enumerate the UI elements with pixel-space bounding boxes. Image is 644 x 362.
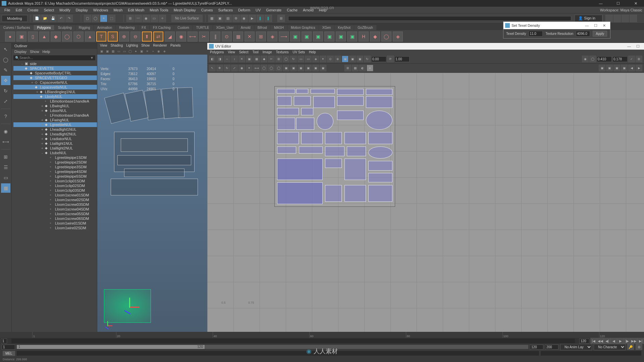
menu-file[interactable]: File (2, 8, 13, 12)
current-frame-input[interactable] (1, 339, 7, 344)
uv-grid-icon[interactable]: ⊞ (344, 65, 351, 71)
outliner-item[interactable]: ▫Lloom1screw02SDM (13, 197, 97, 202)
snap-point-icon[interactable]: ◉ (143, 15, 150, 22)
lasso-icon[interactable]: ◯ (92, 15, 99, 22)
outliner-item[interactable]: ▫Lloom1screw01SDM (13, 193, 97, 197)
range-total-input[interactable] (545, 345, 558, 350)
menu-select[interactable]: Select (41, 8, 57, 12)
uv-row2-3-icon[interactable]: ↻ (224, 65, 230, 71)
outliner-item[interactable]: +◆LdoorNUL (13, 108, 97, 113)
uv-tool-13-icon[interactable]: ▭ (298, 56, 304, 62)
menu-generate[interactable]: Generate (263, 8, 284, 12)
menu-mesh-display[interactable]: Mesh Display (171, 8, 199, 12)
uv-menu-polygons[interactable]: Polygons (210, 50, 224, 54)
outliner-item[interactable]: ▫Lloom1screw06SDM (13, 216, 97, 221)
uv-scale-input[interactable] (394, 56, 410, 62)
texel-apply-button[interactable]: Apply (593, 31, 607, 37)
shelf-tab-curves[interactable]: Curves / Surfaces (0, 25, 33, 30)
shelf-tab-bifrost[interactable]: Bifrost (254, 25, 270, 30)
playblast-icon[interactable]: ▶ (249, 15, 256, 22)
texel-minimize-button[interactable]: — (582, 23, 591, 27)
time-scrubber[interactable] (11, 339, 575, 343)
uv-row2-4-icon[interactable]: ⤢ (231, 65, 238, 71)
merge-icon[interactable]: ⊞ (256, 32, 266, 42)
shelf-tab-sculpting[interactable]: Sculpting (55, 25, 75, 30)
outliner-menu-help[interactable]: Help (43, 50, 50, 54)
menu-cache[interactable]: Cache (284, 8, 300, 12)
uv-tool-10-icon[interactable]: ⊞ (275, 56, 282, 62)
outliner-item[interactable]: +◆Lheadlight2NUL (13, 132, 97, 136)
uv-menu-uvsets[interactable]: UV Sets (292, 50, 305, 54)
render-icon[interactable]: ▣ (216, 15, 224, 22)
vp-menu-lighting[interactable]: Lighting (126, 44, 138, 47)
layout-3-icon[interactable] (622, 15, 629, 22)
paint-tool-icon[interactable]: ✎ (1, 65, 10, 75)
outliner-item[interactable]: ▫Lloom1clip01SDM (13, 179, 97, 183)
step-back-icon[interactable]: ◀◀ (597, 338, 604, 344)
outliner-item[interactable]: ▫LFmotionbase1handleA (13, 113, 97, 118)
uv-menu-help[interactable]: Help (309, 50, 316, 54)
expand-icon[interactable]: + (40, 137, 44, 141)
move-tool-icon[interactable]: ✥ (1, 76, 10, 85)
expand-icon[interactable]: + (35, 90, 39, 94)
uv-menu-view[interactable]: View (228, 50, 235, 54)
workspace-select[interactable]: Maya Classic (621, 8, 642, 12)
outliner-item[interactable]: ▫Lloom1wire02SDM (13, 226, 97, 230)
outliner-item[interactable]: -◆LspacevetteNUL (13, 85, 97, 89)
shelf-tab-rigging[interactable]: Rigging (75, 25, 94, 30)
outliner-menu-display[interactable]: Display (14, 50, 26, 54)
texel-close-button[interactable]: ✕ (600, 23, 608, 28)
uv-row2-8-icon[interactable]: ◯ (261, 65, 267, 71)
four-view-icon[interactable]: ▦ (1, 183, 10, 193)
uv-row2-9-icon[interactable]: ◯ (268, 65, 275, 71)
menu-mesh[interactable]: Mesh (111, 8, 125, 12)
uv-row2-5-icon[interactable]: ◉ (238, 65, 245, 71)
render-settings-icon[interactable]: ⚙ (232, 15, 240, 22)
expand-icon[interactable]: + (40, 146, 44, 150)
vp-camera-icon[interactable]: ▣ (99, 49, 104, 54)
uv-tool-6-icon[interactable]: ▣ (246, 56, 253, 62)
scale-tool-icon[interactable]: ⤢ (1, 97, 10, 106)
poly-pyramid-icon[interactable]: ▲ (85, 32, 95, 42)
vp-bookmark-icon[interactable]: ▣ (105, 49, 110, 54)
uv-tool-14-icon[interactable]: ▭ (305, 56, 312, 62)
vp-gate-icon[interactable]: ▭ (116, 49, 121, 54)
expand-icon[interactable]: + (40, 141, 44, 145)
poly-cone-icon[interactable]: ▲ (39, 32, 49, 42)
expand-icon[interactable]: - (20, 62, 24, 66)
uv-coord-icon[interactable]: ◉ (582, 56, 589, 62)
lasso-tool-icon[interactable]: ◯ (1, 55, 10, 64)
char-set-select[interactable]: No Character Set (594, 344, 626, 350)
uv-minimize-button[interactable]: — (625, 44, 634, 48)
expand-icon[interactable]: + (40, 132, 44, 136)
mirror-icon[interactable]: ⟷ (187, 32, 198, 42)
prev-key-icon[interactable]: ◀| (604, 338, 610, 344)
outliner-item[interactable]: ▫Lloom1clip02SDM (13, 183, 97, 188)
expand-icon[interactable]: - (35, 95, 39, 99)
poly-sphere-icon[interactable]: ● (5, 32, 15, 42)
outliner-item[interactable]: +◆Ltaillight1NUL (13, 141, 97, 146)
shelf-tab-arnold[interactable]: Arnold (237, 25, 254, 30)
sculpt-3-icon[interactable]: ▣ (313, 32, 323, 42)
y-axis-gizmo[interactable] (129, 298, 130, 308)
uv-row2-7-icon[interactable]: ⟷ (253, 65, 260, 71)
shelf-tab-motiongraphics[interactable]: Motion Graphics (287, 25, 319, 30)
range-end-input[interactable] (530, 345, 543, 350)
shelf-tab-xgen[interactable]: XGen (319, 25, 334, 30)
uv-dim-icon[interactable]: ◐ (359, 65, 366, 71)
delete-edge-icon[interactable]: ✕ (245, 32, 255, 42)
vp-xray-icon[interactable]: ◈ (162, 49, 167, 54)
shelf-tab-mash[interactable]: MASH (271, 25, 287, 30)
texture-res-input[interactable] (576, 31, 590, 37)
outliner-item[interactable]: +◆LFwingNUL (13, 118, 97, 122)
uv-tool-23-icon[interactable]: ⟳ (387, 56, 394, 62)
misc-2-icon[interactable]: ◯ (381, 32, 391, 42)
uv-tool-18-icon[interactable]: ⊕ (334, 56, 341, 62)
rotate-tool-icon[interactable]: ↻ (1, 86, 10, 96)
texel-maximize-button[interactable]: ☐ (591, 23, 600, 28)
undo-icon[interactable]: ↶ (57, 15, 65, 22)
selected-geometry[interactable] (104, 289, 151, 323)
save-scene-icon[interactable]: 💾 (49, 15, 57, 22)
uv-coord2-icon[interactable]: ◯ (589, 56, 596, 62)
anim-layer-select[interactable]: No Anim Layer (560, 344, 592, 350)
